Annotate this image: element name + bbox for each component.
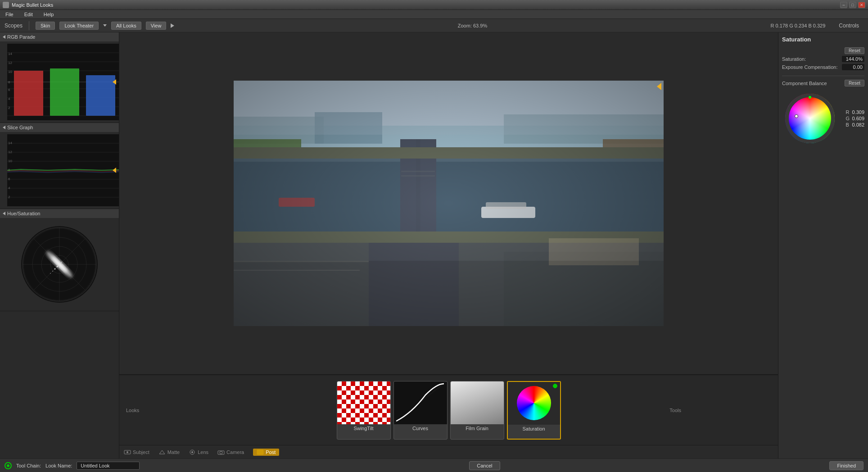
color-wheel-container[interactable] — [785, 94, 835, 143]
scopes-section: Scopes — [5, 23, 23, 29]
svg-rect-15 — [14, 71, 43, 116]
toolchain-label: Tool Chain: — [16, 463, 41, 468]
curves-label: Curves — [412, 424, 428, 432]
menu-bar: File Edit Help — [0, 10, 868, 19]
maximize-button[interactable]: □ — [849, 2, 856, 8]
svg-text:10: 10 — [8, 159, 12, 163]
app-icon — [3, 2, 9, 8]
rgb-parade-header[interactable]: RGB Parade — [0, 32, 119, 41]
menu-edit[interactable]: Edit — [23, 11, 35, 18]
dropdown-arrow-icon[interactable] — [103, 24, 107, 27]
effect-card-curves[interactable]: Curves — [393, 381, 448, 440]
slice-graph-title: Slice Graph — [7, 125, 33, 130]
menu-help[interactable]: Help — [42, 11, 56, 18]
pipeline-post[interactable]: Post — [253, 449, 279, 456]
svg-text:6: 6 — [8, 177, 10, 181]
saturation-reset-button[interactable]: Reset — [845, 47, 864, 54]
toolbar-sep-1 — [29, 21, 29, 30]
hue-saturation-header[interactable]: Hue/Saturation — [0, 209, 119, 218]
pipeline-matte[interactable]: Matte — [158, 449, 180, 455]
pipeline-lens[interactable]: Lens — [189, 449, 208, 455]
slice-graph-header[interactable]: Slice Graph — [0, 123, 119, 132]
minimize-button[interactable]: – — [840, 2, 847, 8]
hue-saturation-section: Hue/Saturation — [0, 209, 119, 311]
play-button-icon[interactable] — [171, 23, 174, 28]
menu-file[interactable]: File — [4, 11, 15, 18]
right-panel-controls: Saturation Reset Saturation: 144.0% Expo… — [778, 32, 868, 458]
top-toolbar: Scopes Skin Look Theater All Looks View … — [0, 19, 868, 32]
svg-text:2: 2 — [8, 195, 10, 199]
skin-button[interactable]: Skin — [36, 22, 55, 30]
look-name-input[interactable] — [77, 462, 140, 470]
slice-graph-section: Slice Graph 14 12 10 8 — [0, 123, 119, 209]
b-value-row: B 0.082 — [845, 122, 864, 127]
saturation-thumbnail-colorwheel — [517, 386, 551, 420]
svg-rect-16 — [50, 68, 79, 116]
b-label: B — [845, 122, 850, 127]
component-balance-label: Component Balance — [782, 81, 827, 86]
wheel-cursor[interactable] — [795, 114, 798, 118]
title-bar: Magic Bullet Looks – □ ✕ — [0, 0, 868, 10]
finished-button[interactable]: Finished — [829, 461, 863, 470]
g-value: 0.609 — [852, 116, 864, 121]
controls-title: Saturation — [782, 36, 864, 43]
rgb-parade-section: RGB Parade 14 — [0, 32, 119, 123]
close-button[interactable]: ✕ — [858, 2, 865, 8]
all-looks-button[interactable]: All Looks — [111, 22, 141, 30]
saturation-control-value[interactable]: 144.0% — [842, 56, 864, 62]
svg-point-46 — [50, 273, 51, 274]
r-value: 0.309 — [852, 109, 864, 115]
svg-point-82 — [191, 451, 193, 453]
svg-text:14: 14 — [8, 141, 12, 145]
color-wheel[interactable] — [785, 94, 835, 143]
cancel-button[interactable]: Cancel — [469, 461, 500, 470]
zoom-info: Zoom: 63.9% — [179, 23, 766, 28]
pipeline-camera[interactable]: Camera — [217, 449, 244, 455]
svg-text:12: 12 — [8, 61, 12, 65]
subject-icon — [124, 449, 131, 455]
svg-text:6: 6 — [8, 88, 10, 92]
svg-text:14: 14 — [8, 52, 12, 56]
hue-saturation-canvas — [21, 226, 98, 303]
exposure-control-value[interactable]: 0.00 — [842, 64, 864, 70]
app-title: Magic Bullet Looks — [12, 2, 840, 8]
color-wheel-ring — [785, 94, 835, 143]
svg-rect-17 — [86, 75, 115, 116]
paris-image-svg — [234, 81, 664, 326]
scope-collapse-arrow2-icon — [3, 126, 5, 129]
svg-rect-75 — [234, 81, 664, 326]
effect-card-swingtilt[interactable]: SwingTilt — [337, 381, 391, 440]
effects-strip: Looks SwingTilt — [119, 375, 778, 445]
look-theater-button[interactable]: Look Theater — [59, 22, 99, 30]
saturation-thumbnail-wrap — [508, 382, 560, 425]
toolchain-power-dot — [7, 464, 9, 467]
looks-label: Looks — [126, 408, 139, 413]
component-balance-reset-button[interactable]: Reset — [845, 80, 864, 86]
effect-card-saturation[interactable]: Saturation — [507, 381, 561, 440]
pipeline-subject[interactable]: Subject — [124, 449, 149, 455]
lens-icon — [189, 449, 196, 455]
controls-section-label: Controls — [839, 23, 859, 29]
center-panel: Looks SwingTilt — [119, 32, 778, 458]
rgb-values-display: R 0.309 G 0.609 B 0.082 — [845, 109, 864, 127]
green-indicator-icon — [809, 96, 811, 99]
exposure-control-label: Exposure Compensation: — [782, 64, 838, 70]
svg-text:2: 2 — [8, 106, 10, 110]
toolchain-bar: Tool Chain: Look Name: Cancel Finished — [0, 458, 868, 472]
rgb-info: R 0.178 G 0.234 B 0.329 — [771, 23, 826, 28]
camera-icon — [217, 449, 225, 455]
toolchain-power-button[interactable] — [5, 462, 12, 469]
b-value: 0.082 — [852, 122, 864, 127]
scope-collapse-arrow-icon — [3, 35, 5, 39]
look-name-label: Look Name: — [45, 463, 72, 468]
divider-1 — [782, 76, 864, 76]
g-label: G — [845, 116, 850, 121]
effect-card-filmgrain[interactable]: Film Grain — [450, 381, 504, 440]
power-indicator-saturation[interactable] — [553, 384, 557, 388]
svg-rect-85 — [257, 450, 263, 454]
rgb-parade-title: RGB Parade — [7, 34, 35, 40]
slice-graph-marker — [113, 168, 116, 173]
saturation-control-label: Saturation: — [782, 56, 806, 62]
view-button[interactable]: View — [146, 22, 167, 30]
svg-point-79 — [127, 451, 128, 453]
